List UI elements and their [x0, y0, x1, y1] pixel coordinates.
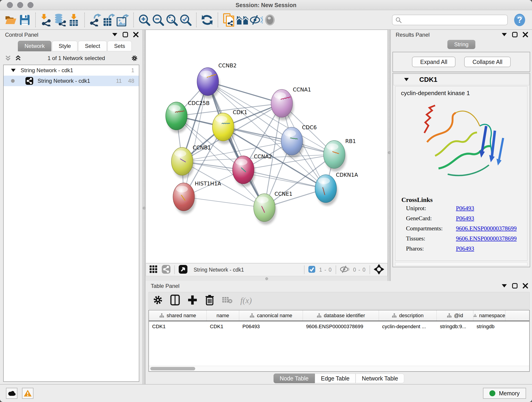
save-session-button[interactable]	[18, 12, 32, 28]
table-horizontal-scrollbar[interactable]	[149, 366, 529, 371]
column-tree-icon	[473, 313, 477, 318]
tab-edge-table[interactable]: Edge Table	[315, 374, 356, 383]
column-header-namespace[interactable]: namespace	[473, 310, 505, 321]
close-panel-icon[interactable]	[522, 283, 528, 289]
crosslink-link[interactable]: P06493	[456, 205, 474, 212]
float-panel-icon[interactable]	[501, 283, 507, 289]
delete-table-icon[interactable]	[222, 296, 233, 305]
column-header-database-identifier[interactable]: database identifier	[303, 310, 379, 321]
tab-sets[interactable]: Sets	[108, 41, 132, 51]
pan-crosshair-icon[interactable]	[374, 264, 384, 275]
table-settings-gear-icon[interactable]	[153, 295, 162, 306]
splitter-handle[interactable]	[388, 151, 391, 154]
tab-network-table[interactable]: Network Table	[355, 374, 404, 383]
column-tree-icon	[249, 313, 254, 318]
table-row[interactable]: CDK1CDK1P064939606.ENSP00000378699cyclin…	[149, 321, 529, 332]
table-cell[interactable]: 9606.ENSP00000378699	[303, 321, 379, 332]
selected-checkbox-icon[interactable]	[308, 266, 316, 274]
show-all-button[interactable]	[263, 12, 277, 28]
tab-node-table[interactable]: Node Table	[273, 374, 315, 383]
close-panel-icon[interactable]	[522, 32, 528, 38]
column-header-name[interactable]: name	[207, 310, 239, 321]
delete-column-trash-icon[interactable]	[205, 294, 214, 306]
close-panel-icon[interactable]	[133, 32, 139, 38]
table-cell[interactable]: P06493	[239, 321, 303, 332]
horizontal-splitter[interactable]	[146, 276, 388, 281]
results-scrollbar[interactable]	[395, 262, 527, 266]
crosslink-link[interactable]: 9606.ENSP00000378699	[456, 225, 517, 232]
export-table-icon	[103, 13, 115, 26]
table-cell[interactable]: cyclin-dependent ...	[379, 321, 437, 332]
gene-header-row[interactable]: CDK1	[393, 74, 529, 85]
zoom-out-button[interactable]	[151, 12, 165, 28]
collection-expander-icon[interactable]	[11, 69, 16, 72]
collapse-all-networks-icon[interactable]	[5, 55, 11, 61]
table-cell[interactable]: stringdb:9...	[437, 321, 473, 332]
crosslink-link[interactable]: P06493	[456, 245, 474, 252]
tab-network[interactable]: Network	[18, 41, 51, 51]
search-input[interactable]	[404, 17, 505, 23]
export-image-button[interactable]	[116, 12, 130, 28]
maximize-panel-icon[interactable]	[512, 283, 518, 289]
warnings-button[interactable]	[22, 388, 33, 399]
splitter-handle[interactable]	[143, 207, 146, 210]
birdseye-view-icon[interactable]	[178, 265, 188, 275]
import-network-file-button[interactable]	[39, 12, 53, 28]
tab-select[interactable]: Select	[78, 41, 107, 51]
help-button[interactable]: ?	[514, 13, 526, 27]
create-column-icon[interactable]	[188, 295, 197, 306]
export-network-button[interactable]	[89, 12, 102, 28]
float-panel-icon[interactable]	[112, 32, 118, 38]
table-cell[interactable]: CDK1	[149, 321, 207, 332]
column-header--id[interactable]: @id	[437, 310, 473, 321]
column-tree-icon	[447, 313, 452, 318]
export-table-button[interactable]	[102, 12, 116, 28]
network-edge-count: 48	[128, 78, 134, 84]
cloud-button[interactable]	[6, 388, 17, 399]
show-columns-icon[interactable]	[170, 294, 180, 306]
column-header-description[interactable]: description	[379, 310, 437, 321]
float-panel-icon[interactable]	[501, 32, 507, 38]
right-splitter[interactable]	[388, 30, 391, 281]
expand-all-button[interactable]: Expand All	[412, 57, 456, 67]
import-table-button[interactable]	[67, 12, 81, 28]
zoom-selected-button[interactable]	[179, 12, 192, 28]
string-view-badge-icon[interactable]	[162, 265, 171, 275]
column-header-shared-name[interactable]: shared name	[149, 310, 207, 321]
crosslink-link[interactable]: 9606.ENSP00000378699	[456, 235, 517, 242]
hidden-eye-icon[interactable]	[340, 265, 349, 274]
table-cell[interactable]: CDK1	[207, 321, 239, 332]
maximize-panel-icon[interactable]	[122, 32, 128, 38]
function-builder-button[interactable]: f(x)	[240, 296, 252, 305]
column-header-canonical-name[interactable]: canonical name	[239, 310, 303, 321]
network-collection-row[interactable]: String Network - cdk1 1	[4, 65, 139, 76]
splitter-handle[interactable]	[265, 277, 268, 280]
apply-layout-button[interactable]	[200, 12, 214, 28]
maximize-panel-icon[interactable]	[512, 32, 518, 38]
crosslink-link[interactable]: P06493	[456, 215, 474, 222]
tab-string[interactable]: String	[447, 40, 475, 49]
new-network-from-selection-button[interactable]	[222, 12, 235, 28]
network-canvas[interactable]: CCNB2CCNA1CDC25BCDK1CDC6RB1CCNB1CCNA2HIS…	[146, 30, 388, 263]
column-tree-icon	[392, 313, 397, 318]
zoom-fit-button[interactable]	[165, 12, 179, 28]
expand-all-networks-icon[interactable]	[15, 55, 21, 61]
left-splitter[interactable]	[143, 30, 146, 384]
grid-view-icon[interactable]	[149, 265, 158, 274]
import-network-database-button[interactable]	[53, 12, 67, 28]
node-label-cdkn1a: CDKN1A	[336, 172, 358, 178]
collapse-all-button[interactable]: Collapse All	[464, 57, 511, 67]
protein-structure-image	[413, 99, 510, 195]
memory-button[interactable]: Memory	[483, 388, 526, 399]
tab-style[interactable]: Style	[52, 41, 77, 51]
zoom-in-button[interactable]	[138, 12, 151, 28]
open-session-button[interactable]	[4, 12, 18, 28]
network-options-gear-icon[interactable]	[132, 55, 138, 61]
table-body: CDK1CDK1P064939606.ENSP00000378699cyclin…	[149, 321, 529, 332]
gene-expander-icon[interactable]	[404, 78, 409, 81]
network-row[interactable]: String Network - cdk1 11 48	[4, 76, 139, 86]
first-neighbors-button[interactable]	[235, 12, 249, 28]
table-cell[interactable]: stringdb	[473, 321, 505, 332]
scrollbar-thumb[interactable]	[150, 367, 195, 370]
hide-selection-button[interactable]	[249, 12, 263, 28]
